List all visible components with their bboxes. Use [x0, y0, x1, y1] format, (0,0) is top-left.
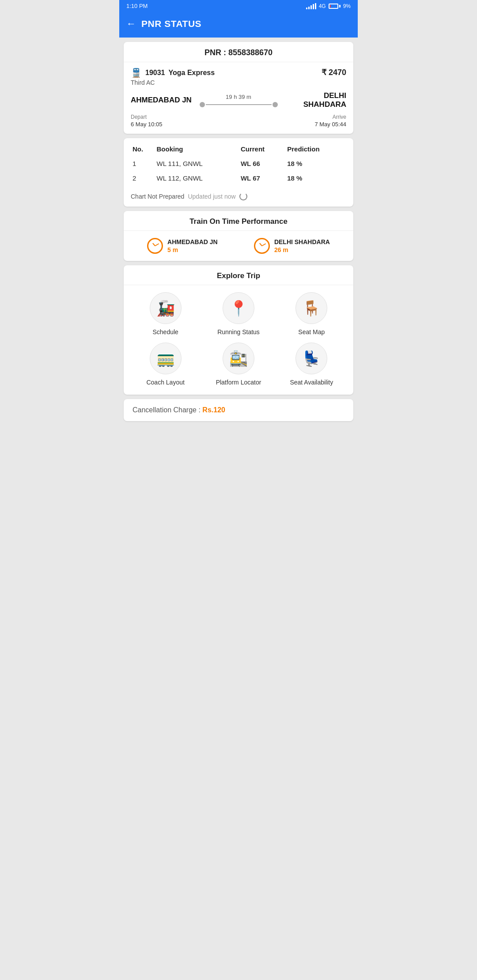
- cancellation-amount: Rs.120: [202, 406, 225, 414]
- table-row: 2 WL 112, GNWL WL 67 18 %: [131, 171, 346, 185]
- row-prediction: 18 %: [285, 156, 346, 171]
- signal-icon: [306, 3, 316, 9]
- row-booking: WL 112, GNWL: [155, 171, 238, 185]
- explore-label: Platform Locator: [216, 379, 261, 386]
- status-time: 1:10 PM: [126, 3, 148, 9]
- explore-trip-card: Explore Trip 🚂 Schedule 📍 Running Status…: [124, 265, 353, 395]
- explore-item-platform-locator[interactable]: 🚉 Platform Locator: [205, 343, 271, 386]
- pnr-number: PNR : 8558388670: [124, 42, 353, 62]
- arrive-date: 7 May 05:44: [281, 121, 347, 128]
- to-station: DELHI SHAHDARA: [281, 91, 347, 109]
- col-no: No.: [131, 142, 155, 156]
- booking-table: No. Booking Current Prediction 1 WL 111,…: [124, 138, 353, 189]
- explore-icon: 📍: [223, 292, 254, 324]
- train-number: 19031: [145, 69, 165, 77]
- train-class: Third AC: [131, 79, 215, 86]
- explore-label: Coach Layout: [146, 379, 184, 386]
- refresh-icon[interactable]: [239, 192, 247, 200]
- explore-icon: 🚂: [150, 292, 182, 324]
- row-no: 1: [131, 156, 155, 171]
- train-details: 🚆 19031 Yoga Express Third AC: [131, 68, 215, 86]
- performance-title: Train On Time Performance: [124, 211, 353, 231]
- pnr-card: PNR : 8558388670 🚆 19031 Yoga Express Th…: [124, 42, 353, 134]
- status-icons: 4G 9%: [306, 3, 351, 9]
- from-station: AHMEDABAD JN: [131, 96, 196, 105]
- perf-station-from: AHMEDABAD JN: [167, 238, 218, 245]
- col-booking: Booking: [155, 142, 238, 156]
- performance-row: AHMEDABAD JN 5 m DELHI SHAHDARA 26 m: [124, 231, 353, 261]
- dates-row: Depart 6 May 10:05 Arrive 7 May 05:44: [124, 111, 353, 134]
- train-name: Yoga Express: [169, 69, 215, 77]
- arrive-label: Arrive: [281, 114, 347, 120]
- train-info-row: 🚆 19031 Yoga Express Third AC ₹ 2470: [124, 62, 353, 90]
- booking-status-card: No. Booking Current Prediction 1 WL 111,…: [124, 138, 353, 207]
- train-fare: ₹ 2470: [322, 68, 346, 77]
- clock-icon-to: [254, 238, 270, 254]
- table-row: 1 WL 111, GNWL WL 66 18 %: [131, 156, 346, 171]
- perf-delay-from: 5 m: [167, 246, 218, 253]
- clock-icon-from: [147, 238, 163, 254]
- network-label: 4G: [319, 3, 326, 9]
- explore-icon: 🚉: [223, 343, 254, 374]
- arrive-info: Arrive 7 May 05:44: [281, 113, 347, 128]
- perf-item-to: DELHI SHAHDARA 26 m: [254, 238, 330, 254]
- on-time-performance-card: Train On Time Performance AHMEDABAD JN 5…: [124, 211, 353, 261]
- row-current: WL 66: [239, 156, 285, 171]
- battery-percent: 9%: [343, 3, 351, 9]
- back-button[interactable]: ←: [126, 18, 136, 30]
- explore-icon: 🚃: [150, 343, 182, 374]
- explore-item-schedule[interactable]: 🚂 Schedule: [132, 292, 198, 335]
- explore-grid: 🚂 Schedule 📍 Running Status 🪑 Seat Map 🚃…: [124, 285, 353, 395]
- explore-item-running-status[interactable]: 📍 Running Status: [205, 292, 271, 335]
- row-no: 2: [131, 171, 155, 185]
- row-prediction: 18 %: [285, 171, 346, 185]
- journey-row: AHMEDABAD JN 19 h 39 m DELHI SHAHDARA: [124, 90, 353, 111]
- updated-text: Updated just now: [188, 193, 235, 200]
- duration: 19 h 39 m: [226, 94, 251, 100]
- explore-label: Seat Map: [298, 328, 325, 335]
- chart-status-row: Chart Not Prepared Updated just now: [124, 189, 353, 207]
- explore-icon: 🪑: [295, 292, 327, 324]
- app-header: ← PNR STATUS: [119, 12, 358, 38]
- col-prediction: Prediction: [285, 142, 346, 156]
- perf-item-from: AHMEDABAD JN 5 m: [147, 238, 218, 254]
- explore-item-coach-layout[interactable]: 🚃 Coach Layout: [132, 343, 198, 386]
- battery-icon: [329, 4, 341, 9]
- explore-label: Seat Availability: [290, 379, 333, 386]
- from-station-name: AHMEDABAD JN: [131, 96, 196, 105]
- to-station-name: DELHI SHAHDARA: [281, 91, 347, 109]
- cancellation-label: Cancellation Charge :: [132, 406, 201, 414]
- status-bar: 1:10 PM 4G 9%: [119, 0, 358, 12]
- explore-label: Running Status: [217, 328, 260, 335]
- explore-item-seat-map[interactable]: 🪑 Seat Map: [279, 292, 344, 335]
- explore-icon: 💺: [295, 343, 327, 374]
- perf-station-to: DELHI SHAHDARA: [274, 238, 330, 245]
- explore-label: Schedule: [152, 328, 178, 335]
- chart-status-text: Chart Not Prepared: [131, 193, 184, 200]
- perf-delay-to: 26 m: [274, 246, 330, 253]
- depart-info: Depart 6 May 10:05: [131, 113, 196, 128]
- page-title: PNR STATUS: [141, 19, 201, 29]
- row-booking: WL 111, GNWL: [155, 156, 238, 171]
- depart-date: 6 May 10:05: [131, 121, 196, 128]
- train-icon: 🚆: [131, 68, 142, 78]
- duration-track: 19 h 39 m: [200, 94, 278, 107]
- depart-label: Depart: [131, 114, 196, 120]
- col-current: Current: [239, 142, 285, 156]
- explore-item-seat-availability[interactable]: 💺 Seat Availability: [279, 343, 344, 386]
- explore-title: Explore Trip: [124, 265, 353, 285]
- cancellation-card: Cancellation Charge : Rs.120: [124, 399, 353, 421]
- row-current: WL 67: [239, 171, 285, 185]
